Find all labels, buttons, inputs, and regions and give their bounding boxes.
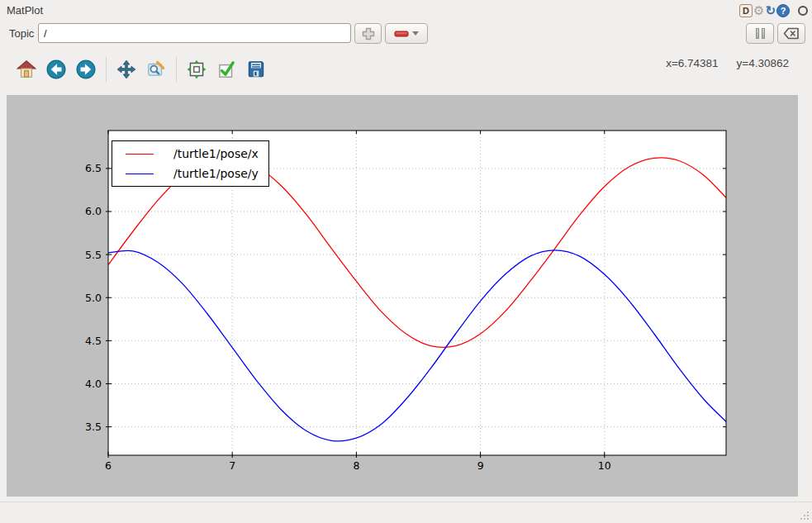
reload-icon[interactable]: ↻ — [765, 4, 776, 17]
zoom-rect-button[interactable] — [141, 55, 171, 83]
help-icon[interactable]: ? — [776, 4, 790, 17]
pause-button[interactable] — [746, 23, 774, 44]
backspace-icon — [783, 27, 800, 40]
mpl-icon-row — [12, 55, 271, 83]
forward-icon — [75, 59, 97, 80]
edit-parameters-button[interactable] — [211, 55, 241, 83]
cursor-x-value: x=6.74381 — [666, 57, 718, 69]
y-tick-label: 5.5 — [85, 249, 102, 261]
remove-topic-button[interactable] — [385, 23, 428, 44]
legend-entry: /turtle1/pose/y — [126, 167, 259, 180]
zoom-rect-icon — [145, 59, 167, 80]
figure-canvas: 6789103.54.04.55.05.56.06.5 /turtle1/pos… — [7, 95, 798, 497]
x-tick-label: 8 — [353, 459, 359, 472]
configure-subplots-button[interactable] — [182, 55, 211, 83]
x-tick-label: 9 — [477, 459, 484, 472]
save-button[interactable] — [241, 55, 271, 83]
subplots-icon — [186, 59, 207, 80]
x-tick-label: 10 — [598, 459, 611, 472]
home-button[interactable] — [12, 55, 41, 83]
gear-icon[interactable]: ⚙ — [753, 4, 764, 17]
toolbar-separator — [106, 57, 107, 82]
close-icon[interactable] — [798, 6, 808, 16]
legend-entry: /turtle1/pose/x — [126, 147, 259, 160]
dock-icon[interactable]: D — [739, 4, 753, 17]
clear-button[interactable] — [777, 23, 805, 44]
plus-icon — [361, 26, 376, 41]
y-tick-label: 5.0 — [85, 292, 102, 304]
plugin-titlebar: MatPlot D ⚙ ↻ ? — [0, 0, 812, 21]
y-tick-label: 6.5 — [85, 162, 102, 174]
y-tick-label: 4.0 — [85, 378, 102, 390]
remove-topic-dropdown-arrow[interactable] — [412, 31, 419, 36]
pan-button[interactable] — [112, 55, 141, 83]
y-tick-label: 3.5 — [85, 421, 102, 433]
topic-bar-right-buttons — [746, 23, 805, 44]
topic-bar: Topic — [0, 21, 812, 46]
add-topic-button[interactable] — [354, 23, 382, 44]
back-button[interactable] — [41, 55, 71, 83]
status-bar-divider — [0, 502, 812, 502]
home-icon — [16, 59, 37, 80]
toolbar-separator — [176, 57, 177, 82]
x-tick-label: 6 — [105, 459, 112, 472]
plot-legend: /turtle1/pose/x /turtle1/pose/y — [112, 140, 269, 187]
save-icon — [245, 59, 267, 80]
back-icon — [45, 59, 67, 80]
page-title: MatPlot — [7, 4, 43, 17]
topic-input[interactable] — [38, 23, 351, 43]
y-tick-label: 4.5 — [85, 335, 102, 347]
legend-label: /turtle1/pose/x — [173, 147, 259, 160]
y-tick-label: 6.0 — [85, 205, 102, 217]
status-bar — [0, 497, 812, 523]
mpl-toolbar: x=6.74381 y=4.30862 — [0, 46, 812, 95]
minus-icon — [394, 31, 409, 37]
x-tick-label: 7 — [229, 459, 235, 472]
size-grip[interactable] — [798, 509, 809, 520]
legend-label: /turtle1/pose/y — [173, 167, 259, 180]
pan-icon — [116, 59, 137, 80]
cursor-readout: x=6.74381 y=4.30862 — [666, 57, 789, 69]
pause-icon — [756, 28, 765, 39]
cursor-y-value: y=4.30862 — [737, 57, 789, 69]
legend-line-sample — [126, 174, 154, 174]
topic-label: Topic — [9, 27, 34, 40]
forward-button[interactable] — [71, 55, 101, 83]
checkmark-icon — [216, 59, 237, 80]
titlebar-icon-row: D ⚙ ↻ ? — [739, 3, 808, 18]
legend-line-sample — [126, 154, 154, 155]
